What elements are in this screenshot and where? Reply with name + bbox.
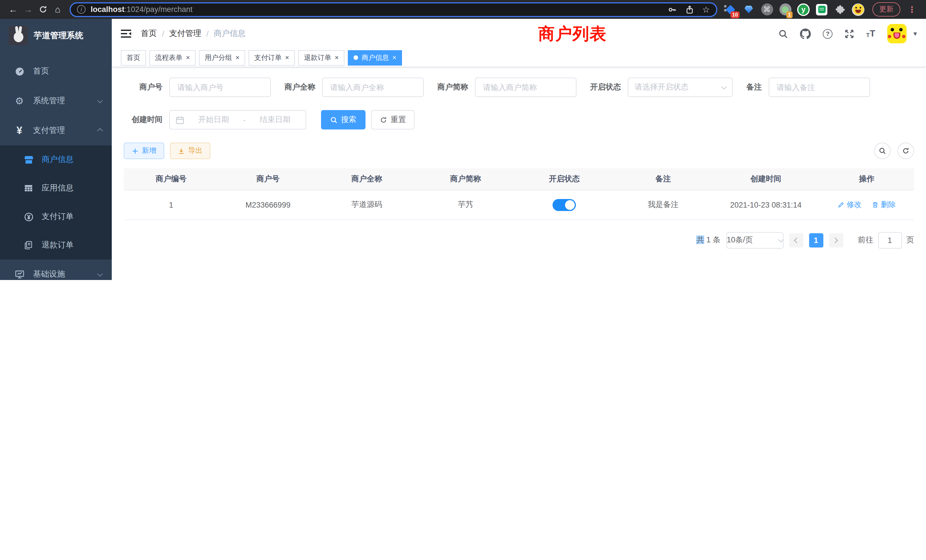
sidebar-item-pay-orders[interactable]: 支付订单 <box>0 203 112 231</box>
sidebar-item-label: 应用信息 <box>42 183 74 193</box>
page-content: 商户号 商户全称 商户简称 开启状态 请选择开启状态 <box>112 67 926 280</box>
date-start-placeholder[interactable]: 开始日期 <box>189 115 239 125</box>
cell-actions: 修改 删除 <box>819 190 914 219</box>
sidebar-item-home[interactable]: 首页 <box>0 56 112 86</box>
date-separator: - <box>243 115 246 124</box>
extension-diamond-icon[interactable]: 10 <box>724 3 737 16</box>
prev-page-button[interactable] <box>789 233 803 247</box>
sidebar-menu: 首页 ⚙ 系统管理 ¥ 支付管理 <box>0 52 112 280</box>
table-row: 1 M233666999 芋道源码 芋艿 我是备注 2021-10-23 08:… <box>124 190 914 219</box>
sidebar-item-label: 退款订单 <box>42 240 74 250</box>
tab-home[interactable]: 首页 <box>121 50 146 65</box>
collapse-sidebar-icon[interactable] <box>121 29 131 38</box>
search-icon[interactable] <box>778 29 788 38</box>
browser-back-icon[interactable]: ← <box>6 2 21 17</box>
add-button[interactable]: 新增 <box>124 142 164 159</box>
browser-menu-icon[interactable]: ⋮ <box>906 4 918 15</box>
tab-merchant-info[interactable]: 商户信息× <box>348 50 402 65</box>
sidebar-item-infrastructure[interactable]: 基础设施 <box>0 259 112 280</box>
col-merchant-no: 商户号 <box>219 168 318 190</box>
breadcrumb-separator: / <box>206 29 209 38</box>
col-remark: 备注 <box>614 168 713 190</box>
reset-button[interactable]: 重置 <box>371 110 415 129</box>
url-text: localhost:1024/pay/merchant <box>91 5 192 14</box>
breadcrumb-current: 商户信息 <box>214 29 246 39</box>
sidebar-item-label: 系统管理 <box>33 96 65 106</box>
share-icon[interactable] <box>685 5 694 14</box>
status-toggle[interactable] <box>552 199 576 211</box>
browser-reload-icon[interactable] <box>35 2 50 17</box>
close-icon[interactable]: × <box>285 54 289 61</box>
delete-link[interactable]: 删除 <box>872 200 896 210</box>
extensions-puzzle-icon[interactable] <box>834 3 846 16</box>
monitor-icon <box>12 269 26 279</box>
date-end-placeholder[interactable]: 结束日期 <box>250 115 300 125</box>
status-select[interactable]: 请选择开启状态 <box>628 77 733 97</box>
font-size-icon[interactable]: TT <box>866 29 875 38</box>
annotation-title: 商户列表 <box>538 23 607 45</box>
extension-command-icon[interactable]: ⌘ <box>761 3 773 16</box>
documents-icon <box>22 241 35 250</box>
browser-update-button[interactable]: 更新 <box>872 2 900 17</box>
breadcrumb-payment[interactable]: 支付管理 <box>169 29 201 39</box>
sidebar-item-label: 首页 <box>33 66 49 76</box>
cell-short-name: 芋艿 <box>416 190 515 219</box>
url-host: localhost <box>91 5 125 14</box>
page-size-select[interactable]: 10条/页 <box>726 232 783 248</box>
extension-badge: 1 <box>786 11 793 18</box>
tab-user-group[interactable]: 用户分组× <box>199 50 245 65</box>
full-name-input[interactable] <box>322 77 424 97</box>
app-title: 芋道管理系统 <box>34 30 83 41</box>
tab-process-form[interactable]: 流程表单× <box>150 50 195 65</box>
site-info-icon[interactable]: i <box>77 5 86 14</box>
refresh-button[interactable] <box>897 142 914 159</box>
app-logo[interactable]: 芋道管理系统 <box>0 19 112 52</box>
edit-link[interactable]: 修改 <box>838 200 862 210</box>
github-icon[interactable] <box>800 28 811 39</box>
breadcrumb-home[interactable]: 首页 <box>141 29 157 39</box>
goto-page-input[interactable] <box>878 232 902 248</box>
tags-view: 首页 流程表单× 用户分组× 支付订单× 退款订单× 商户信息× <box>112 48 926 67</box>
close-icon[interactable]: × <box>335 54 339 61</box>
tab-refund-order[interactable]: 退款订单× <box>298 50 344 65</box>
trash-icon <box>872 201 879 208</box>
merchant-no-input[interactable] <box>169 77 271 97</box>
browser-home-icon[interactable]: ⌂ <box>50 2 65 17</box>
short-name-input[interactable] <box>475 77 576 97</box>
url-bar[interactable]: i localhost:1024/pay/merchant ☆ <box>70 2 717 17</box>
current-page-button[interactable]: 1 <box>809 233 823 247</box>
fullscreen-icon[interactable] <box>844 29 854 38</box>
extension-status-icon[interactable]: 1 <box>779 3 791 16</box>
user-avatar[interactable] <box>887 24 906 43</box>
close-icon[interactable]: × <box>186 54 190 61</box>
extension-gem-icon[interactable] <box>742 3 755 16</box>
sidebar-item-payment[interactable]: ¥ 支付管理 <box>0 116 112 145</box>
extension-y-icon[interactable]: y <box>797 3 809 16</box>
profile-avatar-icon[interactable] <box>852 3 864 16</box>
calendar-icon <box>176 115 184 124</box>
search-button[interactable]: 搜索 <box>321 110 366 129</box>
tab-pay-order[interactable]: 支付订单× <box>249 50 295 65</box>
date-range-picker[interactable]: 开始日期 - 结束日期 <box>169 110 306 129</box>
avatar-caret-icon[interactable]: ▾ <box>914 30 917 38</box>
bookmark-star-icon[interactable]: ☆ <box>702 5 710 14</box>
remark-input[interactable] <box>769 77 870 97</box>
export-button[interactable]: 导出 <box>170 142 210 159</box>
next-page-button[interactable] <box>829 233 843 247</box>
password-key-icon[interactable] <box>667 5 676 14</box>
browser-forward-icon[interactable]: → <box>21 2 35 17</box>
show-search-button[interactable] <box>874 142 891 159</box>
sidebar-item-app-info[interactable]: 应用信息 <box>0 174 112 203</box>
extension-chat-icon[interactable] <box>816 3 828 16</box>
sidebar: 芋道管理系统 首页 ⚙ 系统管理 ¥ 支付管理 <box>0 19 112 280</box>
browser-toolbar: ← → ⌂ i localhost:1024/pay/merchant ☆ 10… <box>0 0 926 19</box>
close-icon[interactable]: × <box>392 54 396 61</box>
sidebar-item-refund-orders[interactable]: 退款订单 <box>0 231 112 259</box>
sidebar-item-label: 基础设施 <box>33 269 65 279</box>
cell-create-time: 2021-10-23 08:31:14 <box>713 190 819 219</box>
sidebar-item-system[interactable]: ⚙ 系统管理 <box>0 86 112 116</box>
close-icon[interactable]: × <box>236 54 239 61</box>
sidebar-item-merchant-info[interactable]: 商户信息 <box>0 145 112 174</box>
help-icon[interactable]: ? <box>823 29 832 38</box>
app-header: 首页 / 支付管理 / 商户信息 商户列表 ? <box>112 19 926 48</box>
